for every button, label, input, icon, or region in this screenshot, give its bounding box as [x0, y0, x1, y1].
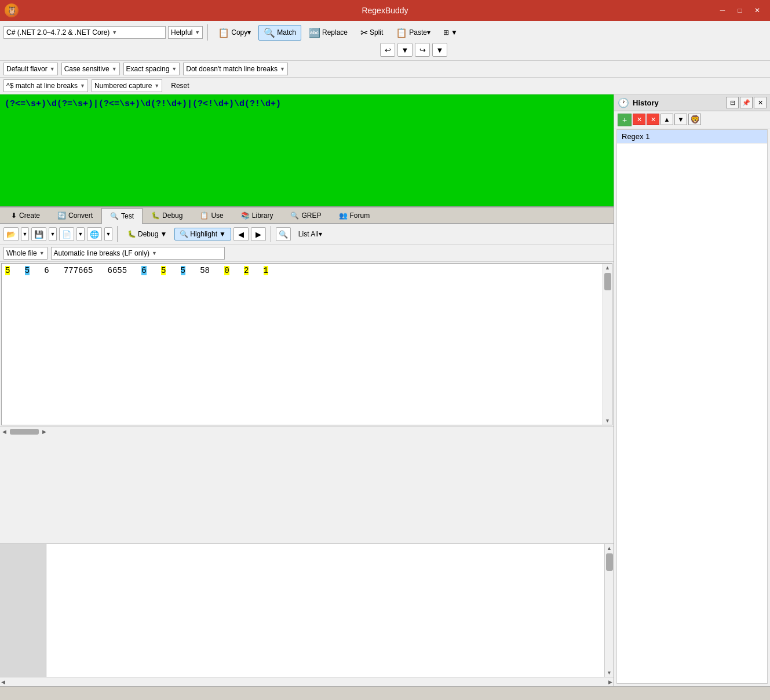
numbered-capture-dropdown[interactable]: Numbered capture ▼: [92, 79, 162, 92]
case-sensitive-dropdown[interactable]: Case sensitive ▼: [61, 63, 120, 75]
tab-convert[interactable]: 🔄 Convert: [49, 207, 101, 223]
scroll-down-arrow[interactable]: ▼: [604, 417, 611, 425]
close-button[interactable]: ✕: [749, 3, 765, 17]
highlight-arrow: ▼: [219, 230, 226, 238]
redo-arrow[interactable]: ▼: [432, 43, 447, 57]
scroll-thumb-h[interactable]: [10, 429, 39, 435]
copy-button[interactable]: 📋 Copy▾: [213, 25, 256, 41]
tab-library-icon: 📚: [241, 212, 250, 220]
history-list[interactable]: Regex 1: [616, 129, 768, 684]
undo-button[interactable]: ↩: [380, 43, 395, 57]
scroll-right-arrow[interactable]: ▶: [41, 428, 48, 436]
debug-mode-button[interactable]: 🐛 Debug ▼: [122, 228, 172, 240]
history-up-button[interactable]: ▲: [660, 114, 673, 125]
zoom-button[interactable]: 🔍: [276, 227, 291, 241]
scroll-right-arrow-b[interactable]: ▶: [607, 678, 614, 686]
save-file-arrow[interactable]: ▼: [49, 227, 57, 241]
scroll-down-arrow-b[interactable]: ▼: [605, 669, 613, 677]
scrollbar-v-bottom[interactable]: ▲ ▼: [604, 544, 614, 677]
history-restore-button[interactable]: ⊟: [726, 97, 739, 108]
bottom-left-panel: [0, 544, 46, 677]
match-button[interactable]: 🔍 Match: [258, 25, 301, 41]
scroll-up-arrow-b[interactable]: ▲: [605, 544, 613, 552]
regex-editor[interactable]: (?<=\s+)\d(?=\s+)|(?<=\s+)\d(?!\d+)|(?<!…: [0, 94, 614, 206]
replace-button[interactable]: 🔤 Replace: [304, 25, 353, 41]
minimize-button[interactable]: ─: [714, 3, 731, 17]
paste-button[interactable]: 📋 Paste▾: [391, 25, 436, 41]
history-close-button[interactable]: ✕: [754, 97, 767, 108]
paste-label: Paste▾: [409, 28, 430, 37]
history-delete-button[interactable]: ✕: [633, 114, 645, 125]
web-arrow[interactable]: ▼: [104, 227, 112, 241]
nav-prev-button[interactable]: ◀: [233, 227, 249, 241]
caret-dollar-dropdown[interactable]: ^$ match at line breaks ▼: [3, 79, 88, 92]
test-sep-2: [271, 226, 271, 242]
tab-forum[interactable]: 👥 Forum: [330, 207, 379, 223]
scroll-left-arrow-b[interactable]: ◀: [0, 678, 6, 686]
flavor-dropdown[interactable]: C# (.NET 2.0–4.7.2 & .NET Core) ▼: [3, 26, 166, 39]
open-file-arrow[interactable]: ▼: [21, 227, 29, 241]
maximize-button[interactable]: □: [732, 3, 748, 17]
history-cat-button[interactable]: 🦁: [688, 114, 701, 125]
toolbar-sep-1: [207, 24, 208, 41]
split-button[interactable]: ✂ Split: [355, 25, 388, 41]
test-text-area[interactable]: 5 5 6 777665 6655 6: [1, 263, 612, 425]
match-6: 6: [141, 266, 146, 275]
scroll-up-arrow[interactable]: ▲: [604, 264, 611, 272]
dot-matches-dropdown[interactable]: Dot doesn't match line breaks ▼: [183, 63, 288, 75]
history-pin-button[interactable]: 📌: [740, 97, 753, 108]
line-breaks-dropdown[interactable]: Automatic line breaks (LF only) ▼: [51, 247, 225, 260]
grid-button[interactable]: ⊞ ▼: [438, 26, 463, 39]
history-down-button[interactable]: ▼: [674, 114, 687, 125]
tab-create[interactable]: ⬇ Create: [2, 207, 49, 223]
tab-library[interactable]: 📚 Library: [232, 207, 282, 223]
whole-file-dropdown[interactable]: Whole file ▼: [3, 247, 48, 260]
tab-convert-label: Convert: [68, 212, 93, 220]
save-file-button[interactable]: 💾: [31, 227, 46, 241]
tab-use[interactable]: 📋 Use: [191, 207, 232, 223]
new-arrow[interactable]: ▼: [76, 227, 85, 241]
text-6: 6: [44, 266, 49, 275]
list-all-button[interactable]: List All▾: [293, 228, 327, 240]
scroll-thumb-v[interactable]: [604, 273, 611, 290]
helpful-dropdown[interactable]: Helpful ▼: [168, 26, 203, 39]
debug-mode-arrow: ▼: [160, 230, 167, 238]
tab-grep[interactable]: 🔍 GREP: [282, 207, 330, 223]
history-delete-all-button[interactable]: ✕: [647, 114, 659, 125]
match-1b: 1: [264, 266, 268, 275]
highlight-button[interactable]: 🔍 Highlight ▼: [174, 228, 231, 240]
caret-dollar-label: ^$ match at line breaks: [6, 82, 78, 90]
case-sensitive-label: Case sensitive: [64, 65, 110, 73]
scrollbar-h-top[interactable]: ◀ ▶: [0, 426, 614, 436]
test-text-content: 5 5 6 777665 6655 6: [2, 264, 603, 425]
scrollbar-v[interactable]: ▲ ▼: [603, 264, 612, 425]
new-button[interactable]: 📄: [59, 227, 74, 241]
app-window: 🦉 RegexBuddy ─ □ ✕ C# (.NET 2.0–4.7.2 & …: [0, 0, 770, 700]
tab-test[interactable]: 🔍 Test: [101, 208, 143, 224]
scroll-left-arrow[interactable]: ◀: [1, 428, 8, 436]
replace-label: Replace: [322, 28, 348, 37]
tab-use-icon: 📋: [200, 212, 209, 220]
tab-convert-icon: 🔄: [57, 212, 66, 220]
reset-button[interactable]: Reset: [166, 79, 194, 92]
window-controls: ─ □ ✕: [714, 3, 765, 17]
open-file-button[interactable]: 📂: [3, 227, 19, 241]
history-clock-icon: 🕐: [618, 97, 629, 108]
tab-debug-icon: 🐛: [151, 212, 160, 220]
web-button[interactable]: 🌐: [87, 227, 102, 241]
toolbar-row-undo: ↩ ▼ ↪ ▼: [3, 42, 767, 58]
default-flavor-dropdown[interactable]: Default flavor ▼: [3, 63, 58, 75]
redo-button[interactable]: ↪: [415, 43, 430, 57]
scrollbar-h-bottom[interactable]: ◀ ▶: [0, 677, 614, 686]
undo-arrow[interactable]: ▼: [397, 43, 413, 57]
history-item[interactable]: Regex 1: [617, 130, 767, 144]
tab-debug[interactable]: 🐛 Debug: [143, 207, 191, 223]
exact-spacing-dropdown[interactable]: Exact spacing ▼: [123, 63, 180, 75]
bottom-right-panel[interactable]: [46, 544, 604, 677]
history-add-button[interactable]: +: [618, 114, 632, 126]
regex-value: (?<=\s+)\d(?=\s+)|(?<=\s+)\d(?!\d+)|(?<!…: [5, 99, 281, 109]
scroll-thumb-vb[interactable]: [606, 553, 613, 571]
toolbar-row-1: C# (.NET 2.0–4.7.2 & .NET Core) ▼ Helpfu…: [3, 23, 767, 42]
nav-next-button[interactable]: ▶: [251, 227, 266, 241]
match-0: 0: [224, 266, 229, 275]
